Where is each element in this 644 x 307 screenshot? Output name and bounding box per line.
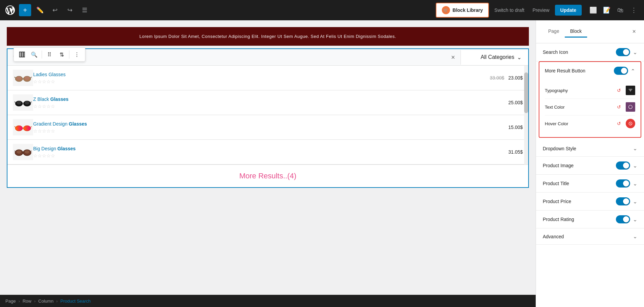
- text-color-picker-button[interactable]: [626, 102, 635, 112]
- product-info: Gradient Design Glasses ☆☆☆☆☆: [33, 121, 508, 134]
- hover-color-row: Hover Color ↺: [545, 115, 635, 132]
- svg-line-26: [31, 151, 31, 151]
- text-color-row: Text Color ↺: [545, 99, 635, 115]
- toggle-thumb: [623, 49, 629, 55]
- svg-line-30: [630, 123, 631, 125]
- product-thumbnail: [13, 119, 33, 135]
- breadcrumb-item-column[interactable]: Column: [38, 299, 53, 304]
- switch-to-draft-button[interactable]: Switch to draft: [492, 5, 527, 16]
- wp-logo[interactable]: [4, 4, 16, 16]
- breadcrumb-sep-3: ›: [56, 299, 58, 304]
- toggle-thumb-on: [621, 68, 627, 74]
- toggle-thumb: [623, 180, 629, 187]
- section-advanced-title: Advanced: [543, 234, 564, 239]
- svg-point-8: [17, 76, 21, 80]
- section-more-result-button: More Result Button ⌄ Typography: [536, 61, 644, 140]
- section-product-price-header[interactable]: Product Price ⌄: [536, 193, 644, 210]
- update-button[interactable]: Update: [555, 5, 582, 16]
- product-image-toggle[interactable]: [616, 161, 630, 170]
- search-clear-button[interactable]: ×: [446, 51, 460, 64]
- more-result-button-header[interactable]: More Result Button ⌄: [539, 62, 641, 80]
- text-color-reset-button[interactable]: ↺: [614, 102, 624, 112]
- search-tool-button[interactable]: 🔍: [29, 49, 40, 60]
- post-editor-button[interactable]: 📝: [601, 4, 613, 16]
- product-name-link[interactable]: Gradient Design Glasses: [33, 121, 87, 127]
- svg-point-15: [17, 101, 21, 105]
- svg-point-9: [25, 76, 29, 80]
- search-icon-toggle[interactable]: [616, 48, 630, 56]
- sidebar-panel: Page Block × Search Icon ⌄: [536, 20, 644, 307]
- product-title-toggle[interactable]: [616, 179, 630, 188]
- product-stars: ☆☆☆☆☆: [33, 104, 508, 109]
- product-rating-toggle[interactable]: [616, 215, 630, 223]
- svg-point-18: [23, 126, 31, 131]
- result-row: Ladies Glasses ☆☆☆☆☆ 33.00$ 23.00$: [7, 66, 528, 90]
- list-view-button[interactable]: ☰: [79, 4, 91, 16]
- drag-handle-button[interactable]: ⠿: [44, 49, 55, 60]
- tab-block[interactable]: Block: [565, 26, 587, 38]
- breadcrumb-item-row[interactable]: Row: [23, 299, 31, 304]
- product-price: 31.05$: [508, 149, 523, 155]
- options-button[interactable]: ⋮: [628, 4, 640, 16]
- svg-point-27: [17, 150, 21, 154]
- typography-picker-button[interactable]: [626, 86, 635, 95]
- section-search-icon-header[interactable]: Search Icon ⌄: [536, 43, 644, 61]
- breadcrumb-item-current[interactable]: Product Search: [60, 299, 91, 304]
- section-search-icon: Search Icon ⌄: [536, 43, 644, 61]
- product-price: 33.00$ 23.00$: [490, 75, 523, 81]
- dropdown-style-chevron: ⌄: [633, 145, 637, 152]
- search-category-dropdown[interactable]: All Categories ⌄: [460, 50, 528, 65]
- svg-line-20: [15, 126, 15, 127]
- search-widget: 🔍 GLASS × All Categories ⌄: [7, 48, 529, 188]
- product-name-link[interactable]: Ladies Glasses: [33, 72, 66, 77]
- tab-page[interactable]: Page: [543, 26, 565, 38]
- svg-line-13: [15, 102, 15, 103]
- preview-button[interactable]: Preview: [530, 5, 552, 16]
- product-name-link[interactable]: Z Black Glasses: [33, 96, 68, 102]
- sidebar-close-button[interactable]: ×: [631, 27, 637, 37]
- results-container: Ladies Glasses ☆☆☆☆☆ 33.00$ 23.00$: [7, 66, 528, 165]
- redo-button[interactable]: ↪: [64, 4, 76, 16]
- original-price: 33.00$: [490, 75, 504, 81]
- scroll-thumb[interactable]: [524, 72, 528, 113]
- more-options-button[interactable]: ⋮: [71, 49, 82, 60]
- toolbar-separator-2: [69, 50, 69, 59]
- product-title-chevron: ⌄: [633, 180, 637, 187]
- undo-button[interactable]: ↩: [49, 4, 61, 16]
- block-type-button[interactable]: [17, 49, 27, 60]
- product-name-link[interactable]: Big Design Glasses: [33, 146, 76, 151]
- more-results-button[interactable]: More Results..(4): [7, 165, 528, 187]
- editor-area: Lorem Ipsum Dolor Sit Amet, Consectetur …: [0, 20, 536, 307]
- section-product-rating-header[interactable]: Product Rating ⌄: [536, 211, 644, 228]
- block-library-button[interactable]: 🛒 Block Library: [436, 3, 489, 18]
- hero-banner: Lorem Ipsum Dolor Sit Amet, Consectetur …: [7, 27, 529, 46]
- svg-line-21: [31, 126, 31, 127]
- scroll-track: [524, 66, 528, 165]
- more-result-button-toggle[interactable]: [614, 67, 628, 75]
- store-button[interactable]: 🛍: [614, 4, 626, 16]
- advanced-controls: ⌄: [633, 233, 637, 240]
- section-product-title-header[interactable]: Product Title ⌄: [536, 175, 644, 192]
- section-dropdown-style-header[interactable]: Dropdown Style ⌄: [536, 140, 644, 156]
- hover-color-reset-button[interactable]: ↺: [614, 119, 624, 128]
- edit-tool-button[interactable]: ✏️: [34, 4, 46, 16]
- product-info: Z Black Glasses ☆☆☆☆☆: [33, 96, 508, 109]
- section-product-image-header[interactable]: Product Image ⌄: [536, 157, 644, 174]
- product-price-controls: ⌄: [616, 197, 637, 205]
- search-category-arrow: ⌄: [517, 54, 521, 61]
- main-toolbar: + ✏️ ↩ ↪ ☰ 🛒 Block Library Switch to dra…: [0, 0, 644, 20]
- move-up-down-button[interactable]: ⇅: [56, 49, 67, 60]
- svg-point-28: [25, 150, 29, 154]
- product-price: 15.00$: [508, 125, 523, 130]
- settings-sidebar-button[interactable]: ⬜: [587, 4, 599, 16]
- typography-reset-button[interactable]: ↺: [614, 86, 624, 95]
- typography-controls: ↺: [614, 86, 635, 95]
- add-block-button[interactable]: +: [19, 4, 31, 16]
- section-product-title: Product Title ⌄: [536, 175, 644, 193]
- hover-color-picker-button[interactable]: [626, 119, 635, 128]
- breadcrumb-item-page[interactable]: Page: [5, 299, 16, 304]
- section-advanced-header[interactable]: Advanced ⌄: [536, 228, 644, 244]
- product-rating-chevron: ⌄: [633, 216, 637, 223]
- product-price-toggle[interactable]: [616, 197, 630, 205]
- svg-point-17: [15, 126, 23, 131]
